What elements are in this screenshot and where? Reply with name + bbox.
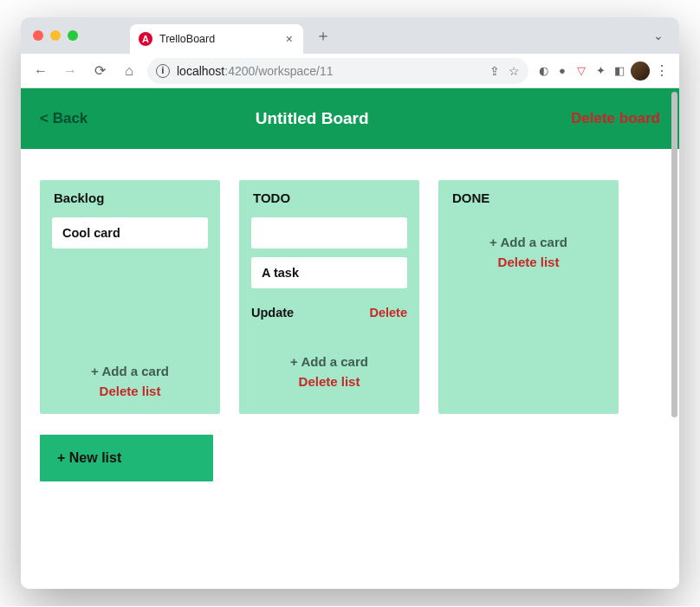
- add-card-button[interactable]: + Add a card: [52, 364, 208, 378]
- list-footer: + Add a card Delete list: [251, 354, 407, 389]
- list-title[interactable]: TODO: [251, 190, 407, 205]
- list-footer: + Add a card Delete list: [450, 235, 606, 269]
- list-done: DONE + Add a card Delete list: [438, 180, 619, 414]
- browser-menu-icon[interactable]: ⋮: [653, 62, 671, 79]
- extension-icon-2[interactable]: ●: [554, 64, 570, 77]
- tab-title: TrelloBoard: [159, 33, 277, 45]
- pocket-icon[interactable]: ▽: [574, 64, 589, 77]
- share-icon[interactable]: ⇪: [489, 64, 500, 78]
- window-controls: [33, 30, 78, 41]
- back-button[interactable]: ←: [29, 60, 52, 82]
- page-content: < Back Untitled Board Delete board Backl…: [21, 88, 679, 589]
- card-edit-input[interactable]: A task: [251, 257, 407, 288]
- close-window-icon[interactable]: [33, 30, 43, 41]
- delete-card-button[interactable]: Delete: [369, 306, 407, 320]
- url-path: :4200/workspace/11: [224, 64, 333, 78]
- profile-avatar[interactable]: [631, 61, 650, 81]
- tab-bar: A TrelloBoard × ＋ ⌄: [21, 17, 679, 54]
- browser-window: A TrelloBoard × ＋ ⌄ ← → ⟳ ⌂ i localhost:…: [21, 17, 679, 589]
- site-info-icon[interactable]: i: [156, 64, 170, 78]
- url-text: localhost:4200/workspace/11: [177, 64, 334, 78]
- board-header: < Back Untitled Board Delete board: [21, 88, 679, 149]
- minimize-window-icon[interactable]: [50, 30, 61, 41]
- reload-button[interactable]: ⟳: [88, 60, 111, 82]
- new-tab-button[interactable]: ＋: [312, 24, 334, 47]
- delete-board-button[interactable]: Delete board: [571, 110, 660, 127]
- add-card-button[interactable]: + Add a card: [450, 235, 606, 249]
- card[interactable]: Cool card: [52, 217, 208, 249]
- bookmark-icon[interactable]: ☆: [509, 64, 520, 78]
- extensions-icon[interactable]: ✦: [593, 64, 608, 77]
- board-title: Untitled Board: [53, 109, 571, 128]
- update-card-button[interactable]: Update: [251, 306, 294, 320]
- list-title[interactable]: Backlog: [52, 190, 208, 205]
- list-backlog: Backlog Cool card + Add a card Delete li…: [40, 180, 220, 414]
- home-button[interactable]: ⌂: [118, 60, 140, 82]
- delete-list-button[interactable]: Delete list: [251, 374, 407, 389]
- forward-button: →: [59, 60, 81, 82]
- list-todo: TODO A task Update Delete + Add a card D…: [239, 180, 419, 414]
- extension-icons: ◐ ● ▽ ✦ ◧ ⋮: [535, 61, 671, 81]
- angular-favicon-icon: A: [139, 32, 152, 46]
- url-host: localhost: [177, 64, 224, 78]
- lists-row: Backlog Cool card + Add a card Delete li…: [40, 180, 660, 414]
- card-blank[interactable]: [251, 217, 407, 249]
- browser-tab[interactable]: A TrelloBoard ×: [130, 24, 303, 54]
- card-editing: A task Update Delete: [251, 257, 407, 320]
- new-list-button[interactable]: + New list: [40, 435, 213, 481]
- list-title[interactable]: DONE: [450, 190, 606, 205]
- vertical-scrollbar[interactable]: [671, 92, 677, 417]
- delete-list-button[interactable]: Delete list: [450, 255, 606, 269]
- close-tab-icon[interactable]: ×: [284, 32, 295, 46]
- card-edit-actions: Update Delete: [251, 304, 407, 320]
- add-card-button[interactable]: + Add a card: [251, 354, 407, 369]
- delete-list-button[interactable]: Delete list: [52, 384, 208, 398]
- maximize-window-icon[interactable]: [68, 30, 78, 41]
- side-panel-icon[interactable]: ◧: [612, 64, 627, 77]
- board-body: Backlog Cool card + Add a card Delete li…: [21, 149, 679, 500]
- tab-overflow-icon[interactable]: ⌄: [646, 23, 671, 48]
- extension-icon-1[interactable]: ◐: [535, 64, 551, 77]
- address-bar[interactable]: i localhost:4200/workspace/11 ⇪ ☆: [147, 58, 528, 84]
- list-footer: + Add a card Delete list: [52, 364, 208, 398]
- browser-toolbar: ← → ⟳ ⌂ i localhost:4200/workspace/11 ⇪ …: [21, 54, 679, 88]
